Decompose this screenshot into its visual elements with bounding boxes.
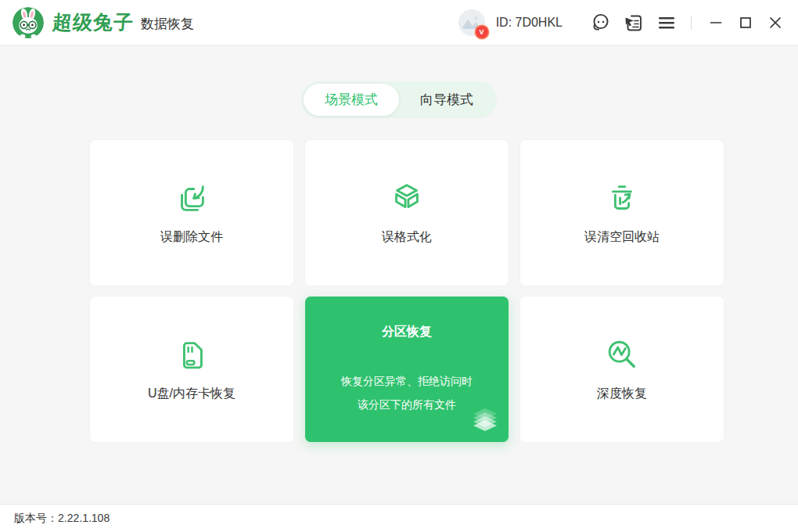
card-partition-recovery[interactable]: 分区恢复 恢复分区异常、拒绝访问时 该分区下的所有文件: [305, 297, 509, 442]
version-label: 版本号：2.22.1.108: [14, 512, 110, 526]
titlebar: 超级兔子 数据恢复 V ID: 7D0HKL: [0, 0, 798, 45]
close-icon[interactable]: [764, 11, 787, 34]
card-deep-recovery[interactable]: 深度恢复: [520, 297, 724, 442]
file-restore-icon: [174, 181, 210, 217]
card-label: 误清空回收站: [584, 229, 660, 246]
card-title: 分区恢复: [382, 323, 432, 340]
tab-scene-mode[interactable]: 场景模式: [304, 84, 399, 116]
main-area: 场景模式 向导模式 误删除文件: [0, 45, 798, 504]
app-subtitle: 数据恢复: [141, 15, 194, 33]
app-title: 超级兔子: [52, 9, 135, 35]
partition-layers-icon: [471, 408, 499, 436]
memory-card-icon: [174, 337, 210, 373]
user-id: ID: 7D0HKL: [496, 16, 563, 30]
card-label: 误删除文件: [160, 229, 223, 246]
vip-badge: V: [476, 26, 488, 38]
format-cube-icon: [389, 181, 425, 217]
card-usb-memory-card[interactable]: U盘/内存卡恢复: [90, 297, 293, 442]
tab-wizard-mode[interactable]: 向导模式: [399, 84, 494, 116]
minimize-icon[interactable]: [704, 11, 728, 34]
status-bar: 版本号：2.22.1.108: [0, 504, 798, 532]
titlebar-divider: [691, 16, 692, 30]
menu-icon[interactable]: [655, 11, 678, 34]
rabbit-logo-icon: [13, 7, 44, 38]
card-description: 恢复分区异常、拒绝访问时 该分区下的所有文件: [341, 369, 473, 416]
scenario-card-grid: 误删除文件 误格式化: [90, 140, 798, 442]
deep-scan-icon: [604, 337, 640, 373]
card-label: U盘/内存卡恢复: [148, 386, 235, 402]
maximize-icon[interactable]: [734, 11, 757, 34]
avatar[interactable]: V: [458, 9, 485, 36]
feedback-icon[interactable]: [622, 11, 645, 34]
customer-service-icon[interactable]: [589, 11, 613, 34]
mode-switch: 场景模式 向导模式: [301, 81, 497, 118]
card-formatted[interactable]: 误格式化: [305, 140, 509, 286]
card-label: 深度恢复: [597, 386, 647, 402]
card-recycle-bin[interactable]: 误清空回收站: [520, 140, 724, 286]
card-label: 误格式化: [382, 229, 432, 246]
card-deleted-files[interactable]: 误删除文件: [90, 140, 293, 286]
recycle-restore-icon: [604, 181, 640, 217]
